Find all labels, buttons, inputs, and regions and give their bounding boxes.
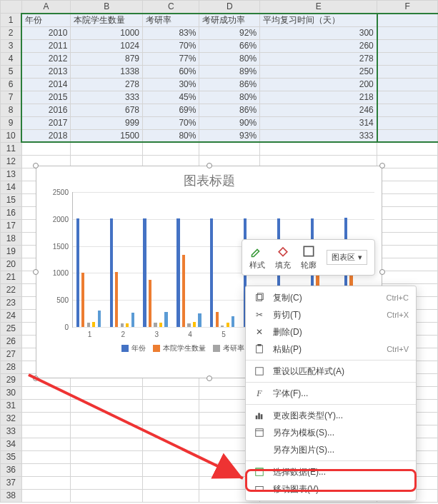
cell[interactable] — [377, 129, 438, 142]
row-header[interactable]: 37 — [1, 476, 22, 489]
cell[interactable]: 考研率 — [143, 14, 199, 27]
cell[interactable] — [377, 155, 438, 168]
row-header[interactable]: 34 — [1, 438, 22, 450]
cell[interactable] — [71, 142, 143, 155]
cell[interactable]: 1024 — [71, 39, 143, 52]
cell[interactable]: 246 — [260, 104, 377, 116]
cell[interactable] — [21, 463, 71, 476]
cell[interactable] — [21, 476, 71, 489]
bar[interactable] — [143, 218, 146, 327]
cell[interactable] — [71, 386, 143, 399]
cell[interactable]: 考研成功率 — [199, 14, 260, 27]
cell[interactable] — [143, 386, 199, 399]
row-header[interactable]: 2 — [1, 26, 22, 39]
cell[interactable]: 77% — [143, 52, 199, 65]
bar[interactable] — [221, 326, 224, 327]
cell[interactable]: 80% — [199, 52, 260, 65]
cell[interactable]: 70% — [143, 39, 199, 52]
cell[interactable] — [21, 438, 71, 450]
row-header[interactable]: 6 — [1, 78, 22, 91]
row-header[interactable]: 27 — [1, 348, 22, 361]
menu-save-image[interactable]: 另存为图片(S)... — [246, 441, 416, 458]
cell[interactable]: 83% — [143, 26, 199, 39]
row-header[interactable]: 16 — [1, 206, 22, 219]
bar[interactable] — [154, 323, 156, 327]
row-header[interactable]: 17 — [1, 219, 22, 232]
row-header[interactable]: 3 — [1, 39, 22, 52]
row-header[interactable]: 22 — [1, 283, 22, 296]
bar[interactable] — [76, 218, 79, 327]
cell[interactable] — [377, 116, 438, 129]
menu-save-template[interactable]: 另存为模板(S)... — [246, 424, 416, 441]
cell[interactable] — [377, 91, 438, 104]
cell[interactable]: 278 — [71, 78, 143, 91]
cell[interactable] — [143, 489, 199, 502]
row-header[interactable]: 28 — [1, 361, 22, 373]
cell[interactable] — [21, 399, 71, 412]
cell[interactable]: 80% — [143, 129, 199, 142]
col-header-C[interactable]: C — [143, 1, 199, 14]
row-header[interactable]: 1 — [1, 14, 22, 27]
cell[interactable] — [143, 438, 199, 450]
menu-delete[interactable]: ✕ 删除(D) — [246, 323, 416, 341]
legend-item[interactable]: 本院学生数量 — [153, 343, 206, 353]
cell[interactable]: 90% — [199, 116, 260, 129]
cell[interactable]: 260 — [260, 39, 377, 52]
row-header[interactable]: 30 — [1, 386, 22, 399]
row-header[interactable]: 11 — [1, 142, 22, 155]
cell[interactable] — [377, 52, 438, 65]
legend-item[interactable]: 考研率 — [213, 343, 244, 353]
cell[interactable] — [377, 26, 438, 39]
bar[interactable] — [131, 313, 134, 327]
chart-element-selector[interactable]: 图表区 ▾ — [327, 250, 367, 265]
cell[interactable] — [71, 438, 143, 450]
cell[interactable] — [377, 65, 438, 78]
cell[interactable]: 80% — [199, 91, 260, 104]
row-header[interactable]: 24 — [1, 309, 22, 322]
fill-button[interactable]: 填充 — [275, 244, 291, 271]
bar[interactable] — [182, 255, 185, 327]
resize-handle[interactable] — [379, 163, 385, 168]
cell[interactable] — [377, 245, 438, 258]
row-header[interactable]: 35 — [1, 450, 22, 463]
cell[interactable] — [377, 271, 438, 283]
row-header[interactable]: 18 — [1, 232, 22, 245]
cell[interactable]: 2010 — [21, 26, 71, 39]
cell[interactable] — [377, 142, 438, 155]
cell[interactable]: 879 — [71, 52, 143, 65]
cell[interactable]: 2016 — [21, 104, 71, 116]
col-header-F[interactable]: F — [377, 1, 438, 14]
bar[interactable] — [115, 272, 118, 327]
cell[interactable] — [21, 412, 71, 425]
row-header[interactable]: 13 — [1, 168, 22, 181]
row-header[interactable]: 19 — [1, 245, 22, 258]
menu-paste[interactable]: 粘贴(P) Ctrl+V — [246, 341, 416, 358]
cell[interactable]: 30% — [143, 78, 199, 91]
style-button[interactable]: 样式 — [249, 244, 265, 271]
cell[interactable]: 89% — [199, 65, 260, 78]
cell[interactable]: 平均复习时间（天） — [260, 14, 377, 27]
row-header[interactable]: 31 — [1, 399, 22, 412]
cell[interactable]: 314 — [260, 116, 377, 129]
row-header[interactable]: 32 — [1, 412, 22, 425]
row-header[interactable]: 9 — [1, 116, 22, 129]
cell[interactable] — [21, 489, 71, 502]
bar[interactable] — [110, 218, 113, 327]
row-header[interactable]: 25 — [1, 322, 22, 335]
cell[interactable] — [377, 193, 438, 206]
row-header[interactable]: 26 — [1, 335, 22, 348]
cell[interactable] — [377, 14, 438, 27]
cell[interactable]: 250 — [260, 65, 377, 78]
bar[interactable] — [193, 322, 196, 327]
cell[interactable]: 218 — [260, 91, 377, 104]
menu-font[interactable]: F 字体(F)... — [246, 385, 416, 402]
cell[interactable]: 2015 — [21, 91, 71, 104]
cell[interactable]: 86% — [199, 104, 260, 116]
cell[interactable] — [21, 386, 71, 399]
cell[interactable]: 999 — [71, 116, 143, 129]
cell[interactable] — [143, 450, 199, 463]
row-header[interactable]: 23 — [1, 296, 22, 309]
bar[interactable] — [159, 323, 162, 327]
bar[interactable] — [92, 322, 95, 327]
cell[interactable] — [21, 450, 71, 463]
